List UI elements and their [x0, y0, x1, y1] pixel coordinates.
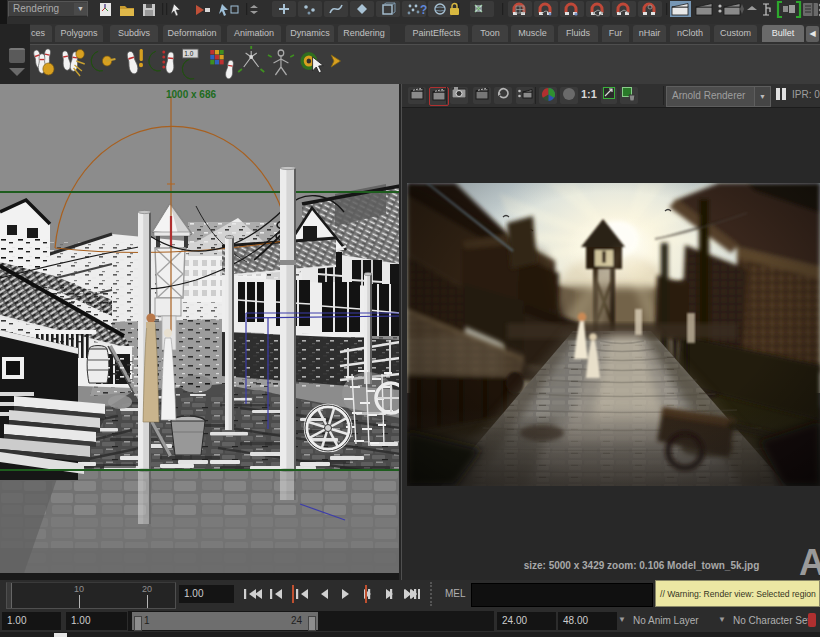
svg-text:1000 x 686: 1000 x 686 — [166, 89, 216, 100]
svg-text:?: ? — [420, 3, 427, 17]
svg-text:1.0: 1.0 — [184, 50, 193, 57]
